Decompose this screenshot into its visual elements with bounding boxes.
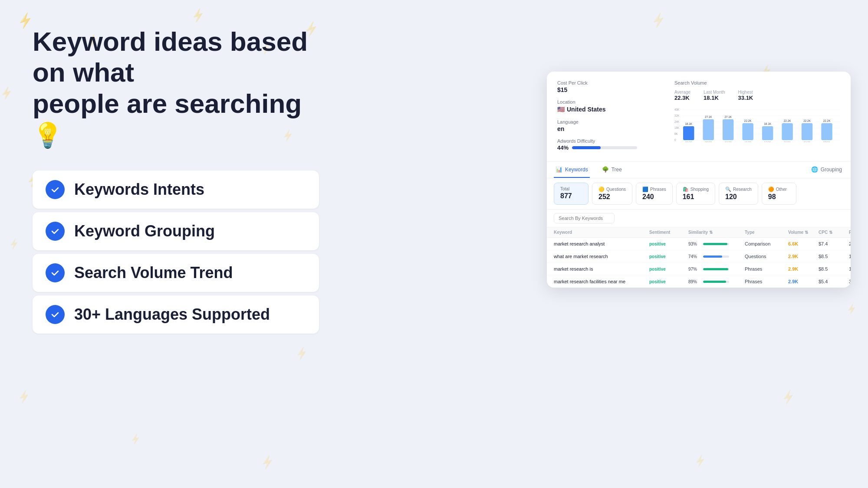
table-body: market research analyst positive 93% Com… bbox=[547, 238, 851, 288]
feature-label-keywords-intents: Keywords Intents bbox=[74, 180, 204, 199]
cell-keyword-3: market research facilities near me bbox=[554, 279, 649, 284]
cell-volume-2: 2.9K bbox=[788, 266, 819, 272]
feature-label-keyword-grouping: Keyword Grouping bbox=[74, 222, 215, 240]
table-header: Keyword Sentiment Similarity ⇅ Type Volu… bbox=[547, 227, 851, 238]
sv-last-month: Last Month 18.1K bbox=[704, 90, 725, 101]
svg-text:09/20: 09/20 bbox=[705, 141, 712, 142]
pill-phrases[interactable]: 🟦 Phrases 240 bbox=[636, 183, 673, 205]
svg-rect-18 bbox=[723, 119, 733, 140]
pill-emoji-shopping: 🛍️ bbox=[683, 187, 689, 192]
svg-text:32K: 32K bbox=[674, 114, 680, 117]
tab-tree[interactable]: 🌳 Tree bbox=[600, 162, 624, 178]
svg-rect-27 bbox=[782, 123, 792, 140]
adwords-bar-fill bbox=[572, 146, 601, 149]
adwords-progress: 44% bbox=[557, 144, 674, 151]
table-row: market research facilities near me posit… bbox=[547, 275, 851, 288]
cell-cpc-3: $5.4 bbox=[819, 279, 849, 284]
chart-area: 0 8K 16K 24K 32K 40K bbox=[674, 105, 840, 142]
svg-text:16K: 16K bbox=[674, 126, 680, 129]
pill-label-total: Total bbox=[560, 187, 582, 191]
feature-label-languages: 30+ Languages Supported bbox=[74, 305, 270, 324]
language-label: Language bbox=[557, 119, 674, 124]
cell-sentiment-3: positive bbox=[649, 279, 688, 284]
cpc-value: $15 bbox=[557, 86, 674, 93]
svg-text:11/20: 11/20 bbox=[744, 141, 751, 142]
feature-item-keyword-grouping: Keyword Grouping bbox=[33, 212, 319, 250]
svg-rect-21 bbox=[742, 123, 753, 140]
th-cpc[interactable]: CPC ⇅ bbox=[819, 230, 849, 235]
keyword-search-input[interactable] bbox=[554, 213, 615, 223]
cell-ppc-3: 30% bbox=[849, 279, 851, 284]
cell-cpc-2: $8.5 bbox=[819, 266, 849, 272]
pill-shopping[interactable]: 🛍️ Shopping 161 bbox=[676, 183, 715, 205]
metric-left: Cost Per Click $15 Location 🇺🇸 United St… bbox=[557, 80, 674, 157]
table-row: market research is positive 97% Phrases … bbox=[547, 263, 851, 275]
svg-text:22.2K: 22.2K bbox=[784, 119, 791, 122]
sv-avg-label: Average bbox=[674, 90, 690, 95]
pill-value-total: 877 bbox=[560, 192, 582, 200]
check-icon-search-volume-trend bbox=[46, 263, 65, 282]
sv-title: Search Volume bbox=[674, 80, 840, 85]
cell-ppc-1: 10% bbox=[849, 254, 851, 259]
th-volume[interactable]: Volume ⇅ bbox=[788, 230, 819, 235]
metrics-section: Cost Per Click $15 Location 🇺🇸 United St… bbox=[547, 72, 851, 162]
tab-grouping-label: Grouping bbox=[821, 167, 842, 173]
th-ppc: PPC Diff. bbox=[849, 230, 851, 235]
pill-emoji-other: 🟠 bbox=[768, 187, 774, 192]
headline-line2: people are searching bbox=[33, 88, 302, 118]
svg-rect-15 bbox=[703, 119, 713, 140]
cell-keyword-0: market research analyst bbox=[554, 241, 649, 246]
headline: Keyword ideas based on what people are s… bbox=[33, 26, 319, 150]
pill-emoji-phrases: 🟦 bbox=[642, 187, 648, 192]
tab-tree-label: Tree bbox=[612, 167, 622, 173]
sv-average: Average 22.3K bbox=[674, 90, 690, 101]
check-icon-keyword-grouping bbox=[46, 222, 65, 241]
pill-value-questions: 252 bbox=[598, 193, 626, 201]
feature-item-keywords-intents: Keywords Intents bbox=[33, 170, 319, 209]
location-section: Location 🇺🇸 United States bbox=[557, 99, 674, 113]
pill-label-shopping: 🛍️ Shopping bbox=[683, 187, 709, 192]
feature-list: Keywords Intents Keyword Grouping Search… bbox=[33, 170, 319, 334]
pill-value-shopping: 161 bbox=[683, 193, 709, 201]
pill-questions[interactable]: 🟡 Questions 252 bbox=[592, 183, 632, 205]
tabs-bar: 📊 Keywords 🌳 Tree 🌐 Grouping bbox=[547, 162, 851, 178]
sv-avg-value: 22.3K bbox=[674, 95, 690, 101]
pill-total[interactable]: Total 877 bbox=[554, 183, 589, 205]
svg-text:18.1K: 18.1K bbox=[764, 122, 771, 125]
tab-grouping[interactable]: 🌐 Grouping bbox=[809, 162, 844, 178]
check-icon-keywords-intents bbox=[46, 180, 65, 199]
pill-label-research: 🔍 Research bbox=[725, 187, 752, 192]
svg-text:24K: 24K bbox=[674, 120, 680, 123]
tab-keywords-label: Keywords bbox=[565, 167, 588, 173]
cell-sentiment-1: positive bbox=[649, 254, 688, 259]
sv-hi-value: 33.1K bbox=[738, 95, 753, 101]
headline-line1: Keyword ideas based on what bbox=[33, 26, 308, 87]
cell-ppc-0: 20% bbox=[849, 241, 851, 246]
pill-other[interactable]: 🟠 Other 98 bbox=[762, 183, 796, 205]
cell-cpc-1: $8.5 bbox=[819, 254, 849, 259]
svg-text:8K: 8K bbox=[674, 132, 678, 135]
svg-text:08/20: 08/20 bbox=[685, 141, 692, 142]
svg-text:22.2K: 22.2K bbox=[823, 119, 831, 122]
svg-text:22.2K: 22.2K bbox=[744, 119, 752, 122]
cell-volume-1: 2.9K bbox=[788, 254, 819, 259]
tab-keywords[interactable]: 📊 Keywords bbox=[554, 162, 590, 178]
pill-research[interactable]: 🔍 Research 120 bbox=[719, 183, 758, 205]
cell-type-1: Questions bbox=[745, 254, 788, 259]
svg-text:22.2K: 22.2K bbox=[803, 119, 811, 122]
pill-emoji-questions: 🟡 bbox=[598, 187, 605, 192]
svg-rect-24 bbox=[762, 126, 773, 140]
cell-type-3: Phrases bbox=[745, 279, 788, 284]
feature-item-search-volume-trend: Search Volume Trend bbox=[33, 254, 319, 292]
flag-icon: 🇺🇸 bbox=[557, 106, 565, 113]
th-similarity[interactable]: Similarity ⇅ bbox=[688, 230, 745, 235]
svg-text:03/21: 03/21 bbox=[823, 141, 830, 142]
headline-emoji: 💡 bbox=[33, 121, 63, 149]
pill-label-other: 🟠 Other bbox=[768, 187, 790, 192]
svg-text:0: 0 bbox=[674, 138, 676, 141]
pill-value-phrases: 240 bbox=[642, 193, 666, 201]
dashboard-card: Cost Per Click $15 Location 🇺🇸 United St… bbox=[547, 72, 851, 288]
svg-rect-33 bbox=[821, 123, 832, 140]
cell-sentiment-2: positive bbox=[649, 267, 688, 272]
th-sentiment: Sentiment bbox=[649, 230, 688, 235]
